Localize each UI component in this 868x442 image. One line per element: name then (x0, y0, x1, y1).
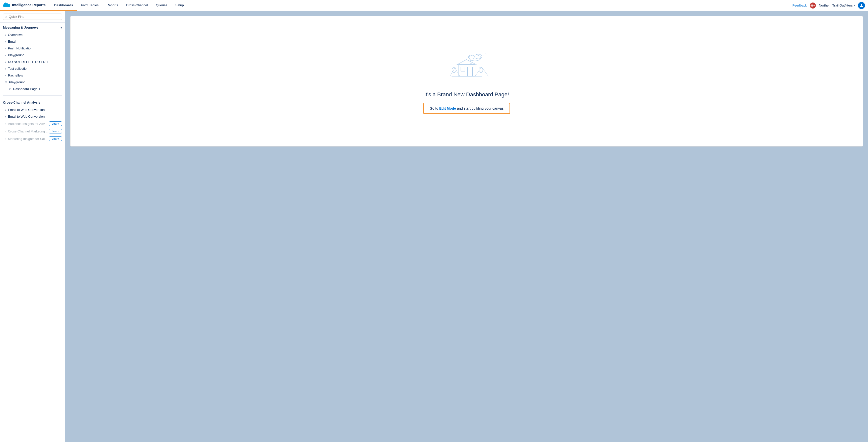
svg-point-2 (475, 54, 482, 59)
sidebar-item-label: Playground (9, 80, 26, 84)
sidebar-item-dashboard-page-1[interactable]: ⊙ Dashboard Page 1 (0, 86, 65, 92)
page-layout: ⌕ Messaging & Journeys ▾ › Overviews › E… (0, 11, 868, 442)
sidebar-item-do-not-delete[interactable]: › DO NOT DELETE OR EDIT (0, 58, 65, 65)
chevron-icon: › (5, 115, 6, 118)
chevron-icon: › (5, 60, 6, 63)
org-name-label: Northern Trail Outfitters (819, 3, 853, 7)
section-header-cross-channel: Cross-Channel Analysis (0, 101, 65, 106)
tab-queries[interactable]: Queries (152, 0, 171, 11)
sidebar-item-playground-expanded[interactable]: ∨ Playground (0, 79, 65, 86)
sidebar-section-messaging: Messaging & Journeys ▾ › Overviews › Ema… (0, 23, 65, 93)
chevron-icon: › (5, 67, 6, 70)
edit-mode-prompt: Go to Edit Mode and start building your … (423, 103, 510, 114)
edit-mode-suffix: and start building your canvas (456, 106, 504, 110)
tab-cross-channel[interactable]: Cross-Channel (122, 0, 152, 11)
search-wrap[interactable]: ⌕ (3, 13, 62, 20)
search-input[interactable] (9, 15, 60, 19)
sidebar-item-label: Playground (8, 53, 25, 57)
sidebar-item-playground[interactable]: › Playground (0, 52, 65, 58)
section-toggle-messaging[interactable]: ▾ (60, 26, 62, 29)
chevron-icon: › (5, 40, 6, 43)
notification-bell[interactable]: 99+ (810, 2, 816, 8)
sidebar-item-label: Marketing Insights for Sal... (8, 137, 49, 141)
sidebar-item-audience-insights: › Audience Insights for Adv... Learn (0, 120, 65, 127)
bottom-background-area (65, 147, 868, 442)
notification-icon: 99+ (810, 2, 816, 8)
sidebar-item-label: Rachelle's (8, 73, 23, 77)
salesforce-logo-icon (3, 1, 10, 8)
sidebar-item-label: Dashboard Page 1 (13, 87, 40, 91)
svg-rect-6 (467, 67, 472, 76)
search-area: ⌕ (0, 11, 65, 23)
edit-mode-prefix: Go to (430, 106, 439, 110)
sidebar-item-rachelles[interactable]: › Rachelle's (0, 72, 65, 79)
chevron-icon: › (5, 122, 6, 125)
chevron-icon: › (5, 47, 6, 50)
edit-mode-link[interactable]: Edit Mode (439, 106, 456, 110)
sidebar-divider (3, 95, 62, 96)
sidebar-item-label: Audience Insights for Adv... (8, 122, 49, 126)
learn-button-audience-insights[interactable]: Learn (49, 121, 62, 126)
sidebar-item-label: Push Notification (8, 46, 33, 50)
sidebar-item-label: Email to Web Conversion (8, 115, 45, 118)
user-icon (859, 3, 864, 8)
empty-state-title: It's a Brand New Dashboard Page! (424, 91, 509, 98)
chevron-icon: › (5, 74, 6, 77)
sidebar-item-marketing-insights: › Marketing Insights for Sal... Learn (0, 135, 65, 143)
chevron-icon: › (5, 130, 6, 133)
user-avatar[interactable] (858, 2, 865, 9)
nav-tabs: Dashboards Pivot Tables Reports Cross-Ch… (50, 0, 789, 11)
feedback-button[interactable]: Feedback (793, 3, 807, 7)
notification-count: 99+ (811, 4, 815, 7)
sidebar-item-label: Cross-Channel Marketing ... (8, 129, 49, 133)
org-selector[interactable]: Northern Trail Outfitters ▾ (819, 3, 855, 7)
search-icon: ⌕ (5, 15, 7, 19)
sidebar-item-label: Test collection (8, 67, 29, 70)
learn-button-marketing-insights[interactable]: Learn (49, 136, 62, 141)
section-title-cross-channel: Cross-Channel Analysis (3, 101, 40, 104)
sidebar-item-email-to-web-2[interactable]: › Email to Web Conversion (0, 113, 65, 120)
svg-rect-5 (461, 67, 465, 71)
top-navigation: Intelligence Reports Dashboards Pivot Ta… (0, 0, 868, 11)
sidebar-item-label: DO NOT DELETE OR EDIT (8, 60, 49, 64)
chevron-icon: ∨ (5, 81, 7, 84)
section-title-messaging: Messaging & Journeys (3, 26, 39, 29)
app-logo[interactable]: Intelligence Reports (0, 0, 50, 11)
tab-setup[interactable]: Setup (171, 0, 188, 11)
sidebar-item-email[interactable]: › Email (0, 38, 65, 45)
tab-reports[interactable]: Reports (103, 0, 122, 11)
sidebar-item-overviews[interactable]: › Overviews (0, 31, 65, 38)
sidebar-item-label: Email (8, 40, 16, 43)
org-dropdown-icon: ▾ (854, 4, 855, 7)
main-content: It's a Brand New Dashboard Page! Go to E… (65, 11, 868, 442)
learn-button-cross-channel-marketing[interactable]: Learn (49, 129, 62, 133)
tab-pivot-tables[interactable]: Pivot Tables (77, 0, 103, 11)
nav-right-area: Feedback 99+ Northern Trail Outfitters ▾ (789, 2, 868, 9)
app-title: Intelligence Reports (12, 3, 46, 7)
sidebar-item-label: Overviews (8, 33, 23, 37)
chevron-icon: › (5, 54, 6, 57)
sidebar-item-test-collection[interactable]: › Test collection (0, 65, 65, 72)
sidebar: ⌕ Messaging & Journeys ▾ › Overviews › E… (0, 11, 65, 442)
dashboard-empty-state: It's a Brand New Dashboard Page! Go to E… (70, 16, 863, 147)
chevron-icon: › (5, 108, 6, 112)
sidebar-item-label: Email to Web Conversion (8, 108, 45, 112)
svg-point-0 (861, 4, 862, 5)
tab-dashboards[interactable]: Dashboards (50, 0, 77, 11)
section-header-messaging: Messaging & Journeys ▾ (0, 26, 65, 31)
sidebar-item-email-to-web-1[interactable]: › Email to Web Conversion (0, 106, 65, 113)
chevron-icon: › (5, 137, 6, 140)
chevron-icon: › (5, 33, 6, 36)
empty-state-illustration (441, 49, 492, 84)
dashboard-page-icon: ⊙ (9, 87, 11, 91)
sidebar-section-cross-channel: Cross-Channel Analysis › Email to Web Co… (0, 98, 65, 144)
sidebar-item-push-notification[interactable]: › Push Notification (0, 45, 65, 52)
sidebar-item-cross-channel-marketing: › Cross-Channel Marketing ... Learn (0, 127, 65, 135)
